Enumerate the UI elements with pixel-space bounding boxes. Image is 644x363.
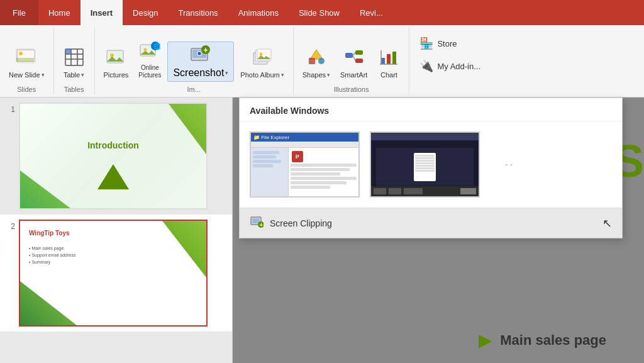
- svg-rect-32: [355, 59, 363, 63]
- photo-album-dropdown-arrow[interactable]: ▾: [281, 72, 284, 78]
- tab-file[interactable]: File: [0, 0, 38, 25]
- shapes-dropdown-arrow[interactable]: ▾: [327, 72, 330, 78]
- window-thumb2-area: [376, 148, 474, 186]
- new-slide-icon: [15, 47, 38, 70]
- tab-home[interactable]: Home: [38, 0, 80, 25]
- pictures-button[interactable]: Pictures: [100, 45, 133, 82]
- window-thumbnail-1[interactable]: 📁 File Explorer: [250, 131, 360, 198]
- slide2-title: WingTip Toys: [29, 230, 70, 237]
- table-label: Table: [64, 71, 80, 79]
- tab-animations[interactable]: Animations: [228, 0, 289, 25]
- slide1-deco-bottomleft: [20, 170, 70, 208]
- svg-point-3: [19, 52, 23, 55]
- images-group-items: Pictures 🌐 OnlinePictures: [100, 28, 288, 84]
- chart-button[interactable]: Chart: [374, 45, 404, 82]
- svg-line-33: [353, 52, 355, 55]
- svg-rect-4: [16, 58, 34, 62]
- addins-group-items: 🏪 Store 🔌 My Add-in...: [414, 28, 486, 84]
- dropdown-title: Available Windows: [240, 98, 622, 121]
- smartart-label: SmartArt: [340, 71, 367, 79]
- ribbon-group-tables: Table ▾ Tables: [54, 28, 95, 94]
- taskbar-item-3: [404, 188, 423, 194]
- slide2-deco-bottomleft: [20, 281, 77, 325]
- online-pictures-button[interactable]: 🌐 OnlinePictures: [135, 38, 165, 82]
- slide-item-1[interactable]: 1 Introduction: [0, 98, 232, 215]
- addins-group-label: [447, 84, 453, 94]
- window-thumb1-bg: 📁 File Explorer: [251, 133, 358, 196]
- cursor-indicator: ↖: [602, 216, 612, 230]
- ribbon-tabs: File Home Insert Design Transitions Anim…: [0, 0, 644, 25]
- slide-thumb-1: Introduction: [19, 103, 208, 209]
- new-slide-button[interactable]: New Slide ▾: [5, 44, 48, 82]
- tab-review[interactable]: Revi...: [350, 0, 393, 25]
- svg-rect-37: [392, 52, 396, 64]
- images-group-label: Im...: [184, 84, 203, 94]
- screen-clipping-button[interactable]: + Screen Clipping ↖: [240, 208, 622, 238]
- screenshot-label: Screenshot: [173, 67, 224, 79]
- svg-point-26: [260, 52, 263, 55]
- svg-point-14: [144, 48, 147, 52]
- main-sales-arrow-icon: ▶: [479, 330, 492, 350]
- store-icon: 🏪: [419, 36, 433, 50]
- addins-icon: 🔌: [419, 59, 433, 73]
- screenshot-dropdown: Available Windows 📁 File Explorer: [239, 98, 623, 238]
- slides-group-label: Slides: [14, 84, 38, 94]
- window-thumb2-taskbar: [371, 186, 479, 196]
- screenshot-dropdown-arrow[interactable]: ▾: [225, 70, 228, 76]
- slide2-bullet-1: Main sales page: [29, 246, 75, 250]
- table-dropdown-arrow[interactable]: ▾: [81, 72, 84, 78]
- svg-text:+: +: [204, 46, 208, 55]
- svg-rect-10: [65, 49, 71, 54]
- taskbar-item-1: [374, 188, 386, 194]
- slides-group-items: New Slide ▾: [5, 28, 48, 84]
- new-slide-dropdown-arrow[interactable]: ▾: [42, 72, 45, 78]
- illustrations-group-label: Illustrations: [331, 84, 372, 94]
- tables-group-label: Tables: [62, 84, 87, 94]
- tab-transitions[interactable]: Transitions: [169, 0, 228, 25]
- screenshot-button[interactable]: + Screenshot ▾: [167, 42, 234, 82]
- window-thumbnail-2[interactable]: [370, 131, 480, 198]
- tab-slideshow[interactable]: Slide Show: [289, 0, 350, 25]
- slide2-bullets: Main sales page Support email address Su…: [29, 246, 75, 267]
- screen-clipping-label: Screen Clipping: [270, 218, 332, 228]
- chart-label: Chart: [380, 71, 397, 79]
- window-thumb2-doc: [414, 153, 436, 181]
- chart-icon: [379, 48, 399, 70]
- slide2-bullet-2: Support email address: [29, 253, 75, 257]
- table-icon: [64, 48, 84, 70]
- tab-insert[interactable]: Insert: [80, 0, 123, 25]
- ribbon-group-addins: 🏪 Store 🔌 My Add-in...: [409, 28, 491, 94]
- shapes-icon: [306, 48, 326, 70]
- tables-group-items: Table ▾: [59, 28, 89, 84]
- slide-item-2[interactable]: 2 WingTip Toys Main sales page Support e…: [0, 215, 232, 332]
- online-pictures-icon: 🌐: [139, 41, 160, 63]
- screen-clipping-icon: +: [250, 215, 264, 232]
- window-thumb2-content: [371, 143, 479, 191]
- store-label: Store: [437, 39, 457, 48]
- svg-line-34: [353, 55, 355, 61]
- slide1-title: Introduction: [87, 140, 139, 150]
- slide-number-2: 2: [5, 222, 15, 231]
- ribbon-body: New Slide ▾ Slides: [0, 25, 644, 98]
- photo-album-button[interactable]: Photo Album ▾: [236, 45, 287, 82]
- window-thumb1-content: P: [251, 148, 358, 196]
- pictures-label: Pictures: [104, 71, 129, 79]
- photo-album-label: Photo Album: [240, 71, 279, 79]
- slide2-bullet-3: Summary: [29, 260, 75, 264]
- store-button[interactable]: 🏪 Store: [414, 34, 462, 53]
- loading-indicator: ··: [490, 131, 528, 198]
- taskbar-item-2: [389, 188, 401, 194]
- ribbon-group-slides: New Slide ▾ Slides: [0, 28, 54, 94]
- slide-thumb-2: WingTip Toys Main sales page Support ema…: [19, 220, 208, 327]
- my-addins-button[interactable]: 🔌 My Add-in...: [414, 57, 486, 75]
- svg-marker-27: [310, 50, 323, 59]
- smartart-button[interactable]: SmartArt: [336, 45, 371, 82]
- shapes-button[interactable]: Shapes ▾: [299, 45, 334, 82]
- window-thumb2-titlebar: [371, 133, 479, 140]
- table-button[interactable]: Table ▾: [59, 45, 89, 82]
- pictures-icon: [106, 48, 126, 70]
- window-thumb2-bg: [371, 133, 479, 196]
- main-sales-text: Main sales page: [500, 332, 606, 349]
- my-addins-label: My Add-in...: [437, 62, 480, 71]
- tab-design[interactable]: Design: [123, 0, 168, 25]
